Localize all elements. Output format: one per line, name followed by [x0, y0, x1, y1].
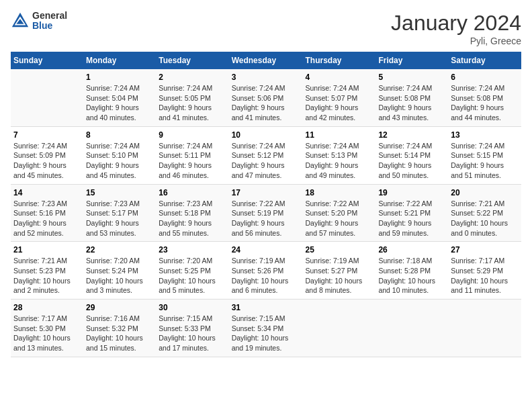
day-cell: 17Sunrise: 7:22 AMSunset: 5:19 PMDayligh…	[229, 184, 303, 242]
day-cell: 2Sunrise: 7:24 AMSunset: 5:05 PMDaylight…	[156, 69, 228, 126]
day-cell: 6Sunrise: 7:24 AMSunset: 5:08 PMDaylight…	[448, 69, 521, 126]
day-info: Sunrise: 7:24 AMSunset: 5:11 PMDaylight:…	[159, 141, 226, 181]
day-info: Sunrise: 7:23 AMSunset: 5:18 PMDaylight:…	[159, 199, 226, 238]
week-row-1: 7Sunrise: 7:24 AMSunset: 5:09 PMDaylight…	[11, 126, 521, 184]
day-cell: 5Sunrise: 7:24 AMSunset: 5:08 PMDaylight…	[375, 69, 448, 126]
day-info: Sunrise: 7:23 AMSunset: 5:17 PMDaylight:…	[86, 199, 153, 238]
day-cell: 3Sunrise: 7:24 AMSunset: 5:06 PMDaylight…	[229, 69, 303, 126]
day-number: 25	[306, 245, 373, 255]
day-cell: 24Sunrise: 7:19 AMSunset: 5:26 PMDayligh…	[229, 242, 303, 300]
page-header: General Blue January 2024 Pyli, Greece	[11, 11, 521, 46]
day-cell	[11, 69, 83, 126]
day-number: 9	[159, 130, 226, 140]
day-info: Sunrise: 7:24 AMSunset: 5:10 PMDaylight:…	[86, 141, 153, 181]
day-number: 14	[13, 188, 81, 197]
day-number: 5	[378, 73, 445, 82]
day-cell: 13Sunrise: 7:24 AMSunset: 5:15 PMDayligh…	[448, 126, 521, 184]
day-cell: 1Sunrise: 7:24 AMSunset: 5:04 PMDaylight…	[83, 69, 156, 126]
day-info: Sunrise: 7:21 AMSunset: 5:22 PMDaylight:…	[451, 199, 519, 238]
header-thursday: Thursday	[303, 52, 376, 69]
day-cell: 27Sunrise: 7:17 AMSunset: 5:29 PMDayligh…	[448, 242, 521, 300]
logo: General Blue	[11, 11, 67, 32]
day-number: 12	[378, 130, 445, 140]
calendar-table: Sunday Monday Tuesday Wednesday Thursday…	[11, 52, 521, 357]
day-number: 6	[451, 73, 519, 82]
day-number: 21	[13, 245, 81, 255]
header-monday: Monday	[83, 52, 156, 69]
day-info: Sunrise: 7:20 AMSunset: 5:24 PMDaylight:…	[86, 256, 153, 295]
header-tuesday: Tuesday	[156, 52, 228, 69]
day-cell: 23Sunrise: 7:20 AMSunset: 5:25 PMDayligh…	[156, 242, 228, 300]
day-number: 1	[86, 73, 153, 82]
day-info: Sunrise: 7:17 AMSunset: 5:30 PMDaylight:…	[13, 314, 81, 353]
logo-icon	[11, 11, 30, 30]
day-number: 11	[306, 130, 373, 140]
day-cell: 19Sunrise: 7:22 AMSunset: 5:21 PMDayligh…	[375, 184, 448, 242]
day-number: 31	[232, 303, 300, 312]
day-cell: 30Sunrise: 7:15 AMSunset: 5:33 PMDayligh…	[156, 300, 228, 357]
day-number: 24	[232, 245, 300, 255]
day-cell: 29Sunrise: 7:16 AMSunset: 5:32 PMDayligh…	[83, 300, 156, 357]
day-info: Sunrise: 7:19 AMSunset: 5:26 PMDaylight:…	[232, 256, 300, 295]
week-row-2: 14Sunrise: 7:23 AMSunset: 5:16 PMDayligh…	[11, 184, 521, 242]
day-number: 18	[306, 188, 373, 197]
day-info: Sunrise: 7:15 AMSunset: 5:34 PMDaylight:…	[232, 314, 300, 353]
day-cell: 8Sunrise: 7:24 AMSunset: 5:10 PMDaylight…	[83, 126, 156, 184]
day-number: 8	[86, 130, 153, 140]
day-number: 26	[378, 245, 445, 255]
day-number: 13	[451, 130, 519, 140]
day-cell: 25Sunrise: 7:19 AMSunset: 5:27 PMDayligh…	[303, 242, 376, 300]
day-cell: 26Sunrise: 7:18 AMSunset: 5:28 PMDayligh…	[375, 242, 448, 300]
day-number: 15	[86, 188, 153, 197]
day-info: Sunrise: 7:24 AMSunset: 5:15 PMDaylight:…	[451, 141, 519, 181]
day-cell: 31Sunrise: 7:15 AMSunset: 5:34 PMDayligh…	[229, 300, 303, 357]
logo-text: General Blue	[32, 11, 67, 32]
day-info: Sunrise: 7:18 AMSunset: 5:28 PMDaylight:…	[378, 256, 445, 295]
day-info: Sunrise: 7:16 AMSunset: 5:32 PMDaylight:…	[86, 314, 153, 353]
day-number: 29	[86, 303, 153, 312]
week-row-4: 28Sunrise: 7:17 AMSunset: 5:30 PMDayligh…	[11, 300, 521, 357]
calendar-header: Sunday Monday Tuesday Wednesday Thursday…	[11, 52, 521, 69]
day-info: Sunrise: 7:23 AMSunset: 5:16 PMDaylight:…	[13, 199, 81, 238]
calendar-body: 1Sunrise: 7:24 AMSunset: 5:04 PMDaylight…	[11, 69, 521, 357]
day-info: Sunrise: 7:22 AMSunset: 5:21 PMDaylight:…	[378, 199, 445, 238]
logo-blue: Blue	[32, 21, 67, 31]
day-cell: 7Sunrise: 7:24 AMSunset: 5:09 PMDaylight…	[11, 126, 83, 184]
day-info: Sunrise: 7:19 AMSunset: 5:27 PMDaylight:…	[306, 256, 373, 295]
day-number: 27	[451, 245, 519, 255]
day-info: Sunrise: 7:24 AMSunset: 5:05 PMDaylight:…	[159, 83, 226, 123]
month-title: January 2024	[391, 11, 521, 36]
header-sunday: Sunday	[11, 52, 83, 69]
day-cell	[375, 300, 448, 357]
day-info: Sunrise: 7:21 AMSunset: 5:23 PMDaylight:…	[13, 256, 81, 295]
day-info: Sunrise: 7:15 AMSunset: 5:33 PMDaylight:…	[159, 314, 226, 353]
day-cell: 10Sunrise: 7:24 AMSunset: 5:12 PMDayligh…	[229, 126, 303, 184]
day-number: 7	[13, 130, 81, 140]
day-number: 23	[159, 245, 226, 255]
day-number: 20	[451, 188, 519, 197]
day-cell: 4Sunrise: 7:24 AMSunset: 5:07 PMDaylight…	[303, 69, 376, 126]
day-info: Sunrise: 7:24 AMSunset: 5:06 PMDaylight:…	[232, 83, 300, 123]
day-number: 19	[378, 188, 445, 197]
day-info: Sunrise: 7:24 AMSunset: 5:08 PMDaylight:…	[378, 83, 445, 123]
day-cell: 11Sunrise: 7:24 AMSunset: 5:13 PMDayligh…	[303, 126, 376, 184]
day-cell	[448, 300, 521, 357]
header-saturday: Saturday	[448, 52, 521, 69]
day-cell: 20Sunrise: 7:21 AMSunset: 5:22 PMDayligh…	[448, 184, 521, 242]
day-info: Sunrise: 7:24 AMSunset: 5:07 PMDaylight:…	[306, 83, 373, 123]
day-info: Sunrise: 7:22 AMSunset: 5:20 PMDaylight:…	[306, 199, 373, 238]
day-cell: 18Sunrise: 7:22 AMSunset: 5:20 PMDayligh…	[303, 184, 376, 242]
day-info: Sunrise: 7:20 AMSunset: 5:25 PMDaylight:…	[159, 256, 226, 295]
day-cell	[303, 300, 376, 357]
day-info: Sunrise: 7:24 AMSunset: 5:13 PMDaylight:…	[306, 141, 373, 181]
day-number: 4	[306, 73, 373, 82]
day-info: Sunrise: 7:24 AMSunset: 5:04 PMDaylight:…	[86, 83, 153, 123]
location: Pyli, Greece	[391, 36, 521, 46]
header-wednesday: Wednesday	[229, 52, 303, 69]
day-number: 22	[86, 245, 153, 255]
day-cell: 21Sunrise: 7:21 AMSunset: 5:23 PMDayligh…	[11, 242, 83, 300]
day-number: 10	[232, 130, 300, 140]
day-cell: 16Sunrise: 7:23 AMSunset: 5:18 PMDayligh…	[156, 184, 228, 242]
day-number: 30	[159, 303, 226, 312]
day-number: 16	[159, 188, 226, 197]
